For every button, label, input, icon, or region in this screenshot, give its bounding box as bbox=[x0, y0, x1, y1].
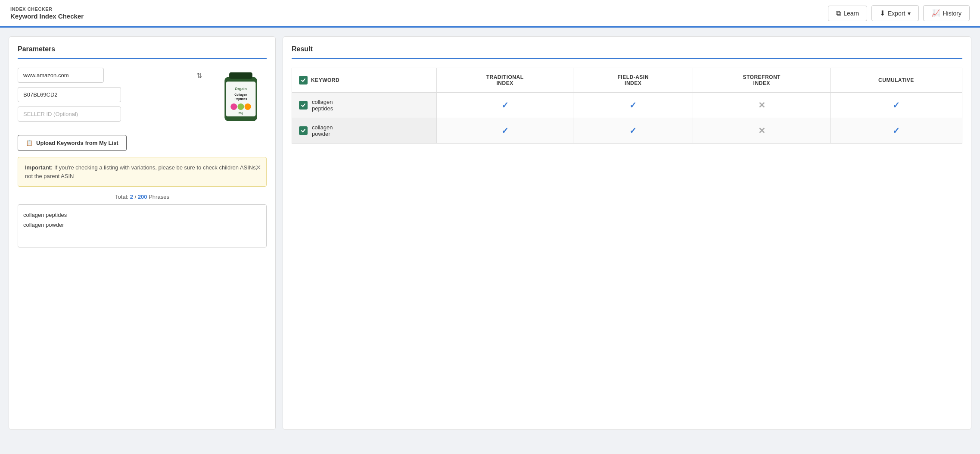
marketplace-wrapper: www.amazon.com ⇅ bbox=[18, 68, 206, 83]
cross-storefront-2: ✕ bbox=[758, 126, 765, 135]
svg-text:Peptides: Peptides bbox=[234, 97, 247, 101]
table-header-row: KEYWORD TRADITIONALINDEX FIELD-ASININDEX… bbox=[292, 68, 962, 93]
field-asin-check-2: ✓ bbox=[573, 118, 693, 144]
checkmark-icon bbox=[301, 78, 306, 83]
row-keyword-wrapper-1: collagenpeptides bbox=[299, 99, 429, 112]
traditional-check-2: ✓ bbox=[437, 118, 573, 144]
seller-id-input[interactable] bbox=[18, 106, 121, 122]
checkmark-cumulative-2: ✓ bbox=[893, 126, 900, 135]
storefront-header: STOREFRONTINDEX bbox=[693, 68, 830, 93]
parameters-panel: Parameters www.amazon.com ⇅ bbox=[9, 36, 276, 430]
result-table: KEYWORD TRADITIONALINDEX FIELD-ASININDEX… bbox=[292, 68, 962, 144]
keyword-header-wrapper: KEYWORD bbox=[299, 76, 429, 85]
row-checkbox-1[interactable] bbox=[299, 101, 308, 110]
total-current: 2 bbox=[130, 194, 133, 200]
cross-storefront-1: ✕ bbox=[758, 100, 765, 110]
app-header: INDEX CHECKER Keyword Index Checker ⧉ Le… bbox=[0, 0, 980, 28]
product-image: Orgain Collagen Peptides 20g bbox=[217, 68, 264, 128]
cumulative-check-2: ✓ bbox=[830, 118, 962, 144]
main-content: Parameters www.amazon.com ⇅ bbox=[0, 28, 980, 438]
svg-point-7 bbox=[237, 103, 244, 110]
alert-box: Important: If you're checking a listing … bbox=[18, 157, 267, 187]
select-all-checkbox[interactable] bbox=[299, 76, 308, 85]
header-right: ⧉ Learn ⬇ Export ▾ 📈 History bbox=[828, 5, 970, 21]
traditional-check-1: ✓ bbox=[437, 93, 573, 118]
checkmark-cumulative-1: ✓ bbox=[893, 100, 900, 110]
cumulative-header: CUMULATIVE bbox=[830, 68, 962, 93]
page-title: Keyword Index Checker bbox=[10, 13, 84, 20]
marketplace-select[interactable]: www.amazon.com bbox=[18, 68, 104, 83]
field-asin-header: FIELD-ASININDEX bbox=[573, 68, 693, 93]
upload-label: Upload Keywords from My List bbox=[36, 140, 118, 146]
row-check-icon-1 bbox=[301, 103, 306, 108]
storefront-cross-2: ✕ bbox=[693, 118, 830, 144]
checkmark-traditional-1: ✓ bbox=[501, 100, 509, 110]
svg-point-6 bbox=[230, 103, 237, 110]
checkmark-field-asin-2: ✓ bbox=[629, 126, 637, 135]
export-button[interactable]: ⬇ Export ▾ bbox=[871, 5, 919, 21]
keyword-item-2: collagen powder bbox=[23, 220, 261, 230]
svg-point-8 bbox=[245, 103, 251, 110]
row-keyword-wrapper-2: collagenpowder bbox=[299, 124, 429, 137]
history-label: History bbox=[943, 10, 961, 17]
asin-input[interactable] bbox=[18, 87, 121, 102]
svg-text:Orgain: Orgain bbox=[235, 87, 247, 91]
result-panel: Result KEYWORD TRADITIO bbox=[283, 36, 971, 430]
total-row: Total: 2 / 200 Phrases bbox=[18, 194, 267, 200]
svg-text:Collagen: Collagen bbox=[234, 93, 247, 97]
learn-icon: ⧉ bbox=[836, 9, 841, 17]
table-row: collagenpeptides ✓ ✓ ✕ ✓ bbox=[292, 93, 962, 118]
keyword-col-label: KEYWORD bbox=[311, 77, 339, 83]
alert-text: If you're checking a listing with variat… bbox=[25, 164, 257, 179]
alert-close-button[interactable]: ✕ bbox=[255, 163, 261, 173]
learn-button[interactable]: ⧉ Learn bbox=[828, 6, 867, 21]
checkmark-field-asin-1: ✓ bbox=[629, 100, 637, 110]
storefront-cross-1: ✕ bbox=[693, 93, 830, 118]
traditional-index-header: TRADITIONALINDEX bbox=[437, 68, 573, 93]
svg-rect-1 bbox=[229, 72, 252, 79]
keyword-header: KEYWORD bbox=[292, 68, 437, 93]
history-button[interactable]: 📈 History bbox=[923, 5, 970, 21]
keywords-list[interactable]: collagen peptides collagen powder bbox=[18, 204, 267, 247]
app-title: INDEX CHECKER bbox=[10, 6, 84, 12]
product-image-area: Orgain Collagen Peptides 20g bbox=[215, 68, 267, 128]
keyword-cell-2: collagenpowder bbox=[292, 118, 437, 144]
history-icon: 📈 bbox=[931, 9, 940, 17]
form-fields: www.amazon.com ⇅ bbox=[18, 68, 206, 128]
table-row: collagenpowder ✓ ✓ ✕ ✓ bbox=[292, 118, 962, 144]
cumulative-check-1: ✓ bbox=[830, 93, 962, 118]
top-form-section: www.amazon.com ⇅ Orgain bbox=[18, 68, 267, 128]
upload-icon: 📋 bbox=[26, 140, 33, 146]
keyword-item-1: collagen peptides bbox=[23, 210, 261, 220]
svg-text:20g: 20g bbox=[238, 112, 243, 115]
export-icon: ⬇ bbox=[880, 9, 885, 17]
result-title: Result bbox=[292, 45, 962, 59]
alert-bold: Important: bbox=[25, 164, 53, 171]
export-label: Export bbox=[888, 10, 905, 17]
select-arrow-icon: ⇅ bbox=[196, 71, 202, 79]
keyword-cell-1: collagenpeptides bbox=[292, 93, 437, 118]
total-unit: Phrases bbox=[149, 194, 169, 200]
keyword-value-1: collagenpeptides bbox=[312, 99, 333, 112]
field-asin-check-1: ✓ bbox=[573, 93, 693, 118]
learn-label: Learn bbox=[843, 10, 859, 17]
header-left: INDEX CHECKER Keyword Index Checker bbox=[10, 6, 84, 20]
total-separator: / bbox=[135, 194, 138, 200]
export-dropdown-icon: ▾ bbox=[908, 10, 911, 17]
total-label: Total: bbox=[115, 194, 128, 200]
checkmark-traditional-2: ✓ bbox=[501, 126, 509, 135]
parameters-title: Parameters bbox=[18, 45, 267, 59]
upload-keywords-button[interactable]: 📋 Upload Keywords from My List bbox=[18, 135, 127, 151]
total-max: 200 bbox=[138, 194, 147, 200]
row-checkbox-2[interactable] bbox=[299, 126, 308, 135]
row-check-icon-2 bbox=[301, 128, 306, 133]
keyword-value-2: collagenpowder bbox=[312, 124, 333, 137]
